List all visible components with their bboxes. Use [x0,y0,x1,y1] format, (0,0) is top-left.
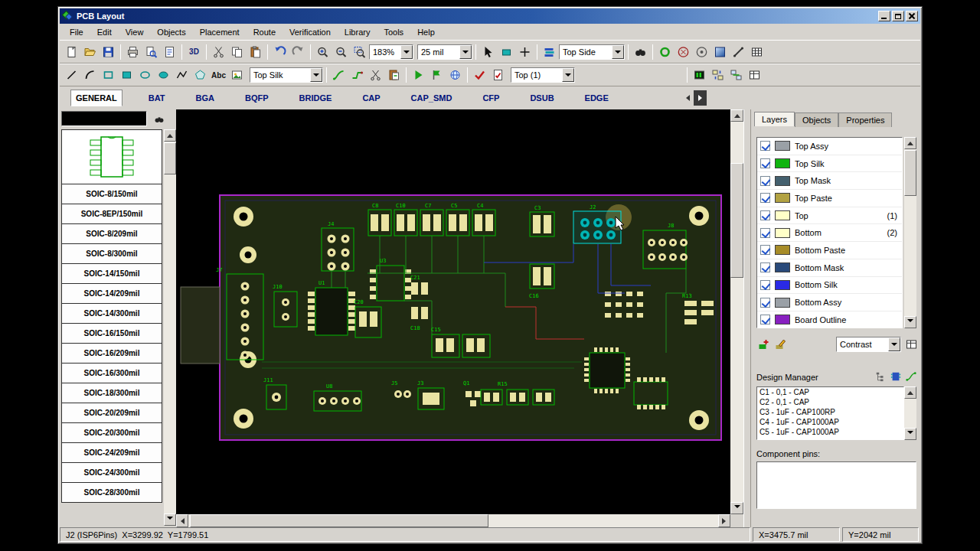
zoom-out-button[interactable] [332,44,350,60]
layer-row[interactable]: Top Paste [757,190,902,207]
component-pins-list[interactable] [756,461,916,509]
pad-tool-button[interactable] [498,44,515,60]
net-numbers-button[interactable] [691,67,708,83]
drc-report-button[interactable] [489,67,507,83]
tab-cap[interactable]: CAP [358,90,384,106]
design-manager-item[interactable]: C1 - 0,1 - CAP [757,387,903,397]
library-item[interactable]: SOIC-20/209mil [61,403,162,423]
menu-file[interactable]: File [63,26,90,38]
layer-visibility-checkbox[interactable] [760,176,770,186]
library-item[interactable]: SOIC-16/209mil [61,343,162,364]
image-tool-button[interactable] [228,67,246,83]
layer-row[interactable]: Top(1) [757,207,902,225]
tab-bga[interactable]: BGA [191,90,219,106]
chevron-down-icon[interactable] [612,45,624,59]
library-item[interactable]: SOIC-16/150mil [61,323,162,344]
library-item[interactable]: SOIC-24/209mil [61,442,162,463]
net-globe-button[interactable] [446,67,464,83]
new-button[interactable] [63,44,80,60]
dm-nets-button[interactable] [906,371,916,383]
mask-view-button[interactable] [711,44,729,60]
menu-help[interactable]: Help [410,26,442,38]
menu-view[interactable]: View [119,26,151,38]
unroute-tool-button[interactable] [367,67,384,83]
contrast-combo[interactable]: Contrast [836,337,901,352]
scroll-down-button[interactable] [730,502,743,514]
library-item[interactable]: SOIC-14/300mil [61,303,162,324]
chevron-down-icon[interactable] [310,68,322,82]
find-button[interactable] [632,44,649,60]
scrollbar-thumb[interactable] [164,142,176,174]
scroll-up-button[interactable] [164,129,176,142]
pcb-canvas[interactable]: C8C10C7C5C4J2J8C3C16J4J7J10U3U1C21C18C20… [176,109,730,514]
scroll-up-button[interactable] [904,386,916,399]
layer-stack-button[interactable] [541,44,558,60]
print-preview-button[interactable] [142,44,160,60]
library-preview[interactable] [61,129,162,184]
library-item[interactable]: SOIC-8EP/150mil [61,204,162,224]
library-search-input[interactable] [61,111,147,126]
tab-edge[interactable]: EDGE [580,90,613,106]
tab-bat[interactable]: BAT [144,90,170,106]
tabs-scroll-left-button[interactable] [681,90,694,106]
origin-tool-button[interactable] [516,44,534,60]
chevron-down-icon[interactable] [459,45,472,59]
side-combo[interactable]: Top Side [559,44,625,60]
layer-visibility-checkbox[interactable] [760,280,770,290]
menu-objects[interactable]: Objects [150,26,192,38]
minimize-button[interactable] [878,11,890,21]
layer-row[interactable]: Bottom Paste [757,242,902,259]
scroll-up-button[interactable] [730,109,743,122]
canvas-vscrollbar[interactable] [730,109,743,514]
dm-tree-button[interactable] [875,371,886,383]
grid-table-button[interactable] [748,44,766,60]
update-components-button[interactable] [709,67,727,83]
tabs-scroll-right-button[interactable] [694,90,707,106]
layer-visibility-checkbox[interactable] [760,228,770,238]
right-tab-layers[interactable]: Layers [754,112,795,126]
tab-cfp[interactable]: CFP [478,90,504,106]
silk-layer-combo[interactable]: Top Silk [250,67,323,83]
verify-button[interactable] [471,67,488,83]
layer-row[interactable]: Top Silk [757,155,902,173]
titleblock-button[interactable] [161,44,178,60]
scrollbar-thumb[interactable] [730,163,743,278]
select-tool-button[interactable] [479,44,497,60]
dm-components-button[interactable] [890,371,901,383]
layer-visibility-checkbox[interactable] [760,315,770,324]
menu-placement[interactable]: Placement [193,26,247,38]
scroll-up-button[interactable] [904,137,916,149]
grid-combo[interactable]: 25 mil [417,44,472,60]
library-item[interactable]: SOIC-28/300mil [61,482,162,503]
layer-row[interactable]: Board Outline [757,311,902,328]
finish-route-button[interactable] [428,67,446,83]
tab-dsub[interactable]: DSUB [525,90,558,106]
print-button[interactable] [124,44,142,60]
undo-button[interactable] [271,44,289,60]
library-scrollbar[interactable] [164,129,176,526]
open-button[interactable] [81,44,99,60]
menu-edit[interactable]: Edit [90,26,119,38]
cut-button[interactable] [210,44,227,60]
redo-button[interactable] [289,44,307,60]
filled-ellipse-tool-button[interactable] [155,67,172,83]
scrollbar-thumb[interactable] [904,150,916,196]
design-manager-scrollbar[interactable] [904,386,916,440]
layer-visibility-checkbox[interactable] [760,210,770,220]
copy-button[interactable] [228,44,246,60]
close-button[interactable] [906,11,918,21]
rect-tool-button[interactable] [100,67,117,83]
layer-row[interactable]: Bottom(2) [757,224,902,242]
chevron-down-icon[interactable] [400,45,413,59]
panel-splitter[interactable] [743,109,751,527]
tab-cap_smd[interactable]: CAP_SMD [407,90,457,106]
ellipse-tool-button[interactable] [136,67,154,83]
menu-library[interactable]: Library [338,26,377,38]
tab-bqfp[interactable]: BQFP [240,90,273,106]
layer-row[interactable]: Bottom Silk [757,277,902,295]
tab-general[interactable]: GENERAL [70,90,122,106]
zoom-combo[interactable]: 183% [369,44,413,60]
line-tool-button[interactable] [63,67,80,83]
layer-row[interactable]: Top Mask [757,172,902,190]
design-manager-item[interactable]: C2 - 0,1 - CAP [757,397,903,407]
